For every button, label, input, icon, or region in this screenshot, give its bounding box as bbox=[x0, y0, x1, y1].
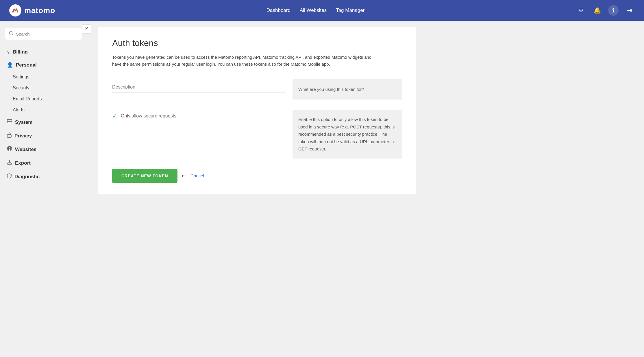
sidebar-item-personal[interactable]: 👤 Personal bbox=[5, 58, 82, 71]
cancel-button[interactable]: Cancel bbox=[190, 173, 204, 178]
sidebar-export-label: Export bbox=[15, 160, 31, 166]
export-icon bbox=[7, 160, 12, 166]
or-label: or bbox=[182, 173, 186, 178]
sidebar-item-privacy[interactable]: Privacy bbox=[5, 129, 82, 143]
sidebar-item-system[interactable]: System bbox=[5, 115, 82, 129]
description-hint-box: What are you using this token for? bbox=[293, 79, 402, 100]
sidebar-diagnostic-label: Diagnostic bbox=[14, 174, 40, 180]
sidebar-collapse-button[interactable] bbox=[82, 24, 91, 34]
nav-tag-manager[interactable]: Tag Manager bbox=[336, 8, 364, 13]
person-icon: 👤 bbox=[7, 62, 13, 68]
sidebar-item-diagnostic[interactable]: Diagnostic bbox=[5, 170, 82, 183]
notifications-icon-btn[interactable]: 🔔 bbox=[592, 5, 602, 16]
svg-point-2 bbox=[17, 11, 18, 13]
sidebar-billing-label: Billing bbox=[13, 49, 28, 55]
page-layout: ∨ Billing 👤 Personal Settings Security E… bbox=[0, 21, 644, 357]
sidebar-item-security[interactable]: Security bbox=[5, 82, 82, 93]
create-token-button[interactable]: CREATE NEW TOKEN bbox=[112, 169, 177, 183]
secure-requests-row: ✓ Only allow secure requests Enable this… bbox=[112, 110, 402, 159]
header-actions: ⚙ 🔔 ℹ ⇥ bbox=[576, 5, 635, 16]
main-nav: Dashboard All Websites Tag Manager bbox=[267, 8, 365, 13]
svg-point-3 bbox=[15, 10, 16, 12]
server-icon bbox=[7, 119, 12, 126]
nav-dashboard[interactable]: Dashboard bbox=[267, 8, 290, 13]
lock-icon bbox=[7, 133, 12, 139]
globe-icon bbox=[7, 146, 12, 153]
auth-tokens-card: Auth tokens Tokens you have generated ca… bbox=[98, 27, 416, 194]
sidebar-item-websites[interactable]: Websites bbox=[5, 143, 82, 156]
description-input[interactable] bbox=[112, 82, 286, 93]
search-box[interactable] bbox=[5, 28, 82, 40]
nav-all-websites[interactable]: All Websites bbox=[300, 8, 327, 13]
matomo-logo-icon bbox=[9, 4, 21, 16]
logo-text: matomo bbox=[24, 6, 55, 15]
sidebar-item-billing[interactable]: ∨ Billing bbox=[5, 46, 82, 58]
description-hint-text: What are you using this token for? bbox=[298, 86, 364, 93]
secure-hint-box: Enable this option to only allow this to… bbox=[293, 110, 402, 159]
checkmark-icon: ✓ bbox=[112, 112, 117, 120]
svg-point-1 bbox=[12, 11, 14, 13]
svg-line-5 bbox=[12, 34, 13, 35]
info-icon-btn[interactable]: ℹ bbox=[608, 5, 619, 16]
search-input[interactable] bbox=[16, 32, 78, 36]
shield-icon bbox=[7, 173, 12, 180]
search-icon bbox=[9, 31, 14, 37]
sidebar: ∨ Billing 👤 Personal Settings Security E… bbox=[0, 21, 87, 357]
sidebar-privacy-label: Privacy bbox=[14, 133, 32, 139]
checkbox-wrapper: ✓ Only allow secure requests bbox=[112, 110, 286, 120]
sidebar-websites-label: Websites bbox=[15, 147, 36, 152]
main-content: Auth tokens Tokens you have generated ca… bbox=[91, 21, 644, 357]
sidebar-item-email-reports[interactable]: Email Reports bbox=[5, 93, 82, 104]
chevron-down-icon: ∨ bbox=[7, 50, 10, 54]
svg-point-8 bbox=[11, 120, 11, 121]
description-input-wrapper bbox=[112, 79, 286, 93]
sidebar-item-export[interactable]: Export bbox=[5, 156, 82, 170]
app-header: matomo Dashboard All Websites Tag Manage… bbox=[0, 0, 644, 21]
secure-requests-label[interactable]: Only allow secure requests bbox=[121, 113, 176, 119]
logout-icon-btn[interactable]: ⇥ bbox=[624, 5, 635, 16]
description-row: What are you using this token for? bbox=[112, 79, 402, 100]
svg-point-9 bbox=[11, 122, 11, 123]
secure-hint-text: Enable this option to only allow this to… bbox=[298, 116, 397, 153]
logo: matomo bbox=[9, 4, 55, 16]
sidebar-system-label: System bbox=[15, 119, 32, 125]
page-title: Auth tokens bbox=[112, 38, 402, 48]
sidebar-personal-label: Personal bbox=[16, 62, 37, 68]
page-description: Tokens you have generated can be used to… bbox=[112, 54, 372, 68]
settings-icon-btn[interactable]: ⚙ bbox=[576, 5, 586, 16]
sidebar-item-alerts[interactable]: Alerts bbox=[5, 104, 82, 115]
form-actions: CREATE NEW TOKEN or Cancel bbox=[112, 169, 402, 183]
sidebar-item-settings[interactable]: Settings bbox=[5, 71, 82, 82]
svg-rect-10 bbox=[7, 135, 11, 137]
